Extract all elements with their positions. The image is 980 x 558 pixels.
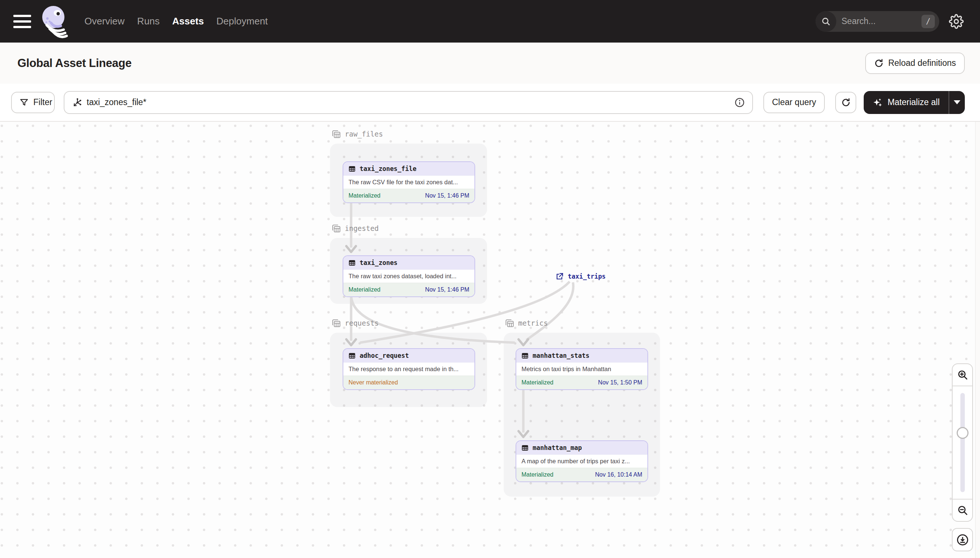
keyboard-shortcut-badge: / — [921, 15, 935, 28]
status-badge: Materialized — [349, 192, 380, 199]
zoom-slider-thumb[interactable] — [957, 427, 968, 439]
zoom-out-button[interactable] — [953, 499, 972, 521]
materialize-all-button[interactable]: Materialize all — [864, 91, 965, 114]
zoom-controls — [952, 363, 973, 522]
refresh-icon — [841, 98, 851, 107]
query-value: taxi_zones_file* — [87, 97, 146, 107]
lineage-toolbar: Filter taxi_zones_file* Clear query — [0, 84, 980, 122]
asset-node-footer: Materialized Nov 15, 1:50 PM — [516, 376, 647, 389]
nav-deployment[interactable]: Deployment — [215, 13, 269, 29]
dagster-logo[interactable] — [40, 5, 68, 38]
status-badge: Materialized — [522, 471, 553, 478]
settings-gear-icon[interactable] — [949, 14, 964, 29]
asset-node-header: adhoc_request — [343, 349, 474, 362]
info-icon[interactable] — [735, 97, 745, 108]
asset-node-footer: Never materialized — [343, 376, 474, 389]
table-icon — [349, 352, 356, 359]
funnel-icon — [19, 98, 29, 107]
zoom-in-button[interactable] — [953, 364, 972, 386]
materialization-timestamp: Nov 15, 1:50 PM — [598, 379, 642, 386]
nav-assets[interactable]: Assets — [171, 13, 205, 29]
materialize-all-label: Materialize all — [888, 97, 940, 107]
asset-node-taxi_zones_file[interactable]: taxi_zones_file The raw CSV file for the… — [343, 161, 475, 203]
zoom-slider-track[interactable] — [960, 393, 965, 492]
primary-nav: Overview Runs Assets Deployment — [83, 13, 269, 29]
group-label-raw_files[interactable]: raw_files — [331, 128, 383, 140]
asset-node-footer: Materialized Nov 15, 1:46 PM — [343, 189, 474, 202]
reload-definitions-label: Reload definitions — [888, 58, 956, 68]
search-input[interactable]: Search... / — [815, 11, 939, 32]
asset-node-taxi_zones[interactable]: taxi_zones The raw taxi zones dataset, l… — [343, 255, 475, 297]
right-gutter — [975, 122, 980, 558]
search-placeholder: Search... — [842, 16, 876, 26]
filter-button[interactable]: Filter — [11, 92, 55, 113]
nav-runs[interactable]: Runs — [135, 13, 161, 29]
group-layered-table-icon — [331, 129, 341, 139]
nav-overview[interactable]: Overview — [83, 13, 126, 29]
status-badge: Materialized — [349, 286, 380, 293]
asset-node-footer: Materialized Nov 16, 10:14 AM — [516, 468, 647, 481]
search-icon — [815, 11, 836, 32]
group-layered-table-icon — [331, 223, 341, 233]
group-label-metrics[interactable]: metrics — [504, 317, 548, 329]
asset-selection-icon — [72, 97, 82, 108]
page-title: Global Asset Lineage — [17, 57, 132, 70]
asset-node-description: The response to an request made in th... — [343, 362, 474, 376]
asset-node-manhattan_map[interactable]: manhattan_map A map of the number of tri… — [516, 440, 648, 482]
refresh-graph-button[interactable] — [835, 92, 856, 113]
group-label-requests[interactable]: requests — [331, 317, 379, 329]
table-icon — [349, 259, 356, 266]
materialization-timestamp: Nov 15, 1:46 PM — [425, 286, 469, 293]
group-label-ingested[interactable]: ingested — [331, 222, 379, 235]
filter-label: Filter — [33, 97, 52, 107]
clear-query-button[interactable]: Clear query — [763, 92, 825, 113]
asset-node-footer: Materialized Nov 15, 1:46 PM — [343, 283, 474, 296]
asset-node-description: The raw taxi zones dataset, loaded int..… — [343, 269, 474, 283]
table-icon — [522, 445, 529, 451]
asset-node-description: A map of the number of trips per taxi z.… — [516, 455, 647, 468]
group-layered-table-icon — [504, 318, 514, 328]
page-header: Global Asset Lineage Reload definitions — [0, 43, 980, 84]
table-icon — [349, 166, 356, 172]
external-link-icon — [555, 272, 564, 281]
top-navbar: Overview Runs Assets Deployment Search..… — [0, 0, 980, 43]
zoom-out-icon — [957, 505, 968, 516]
clear-query-label: Clear query — [772, 97, 816, 107]
zoom-slider[interactable] — [953, 386, 972, 499]
asset-node-header: taxi_zones_file — [343, 162, 474, 176]
external-asset-taxi_trips[interactable]: taxi_trips — [555, 270, 606, 283]
materialization-timestamp: Nov 15, 1:46 PM — [425, 192, 469, 199]
dagster-octopus-icon — [40, 5, 68, 38]
asset-node-header: manhattan_stats — [516, 349, 647, 362]
asset-node-manhattan_stats[interactable]: manhattan_stats Metrics on taxi trips in… — [516, 348, 648, 390]
materialization-timestamp: Nov 16, 10:14 AM — [595, 471, 642, 478]
materialize-all-main[interactable]: Materialize all — [864, 91, 949, 114]
reload-definitions-button[interactable]: Reload definitions — [865, 53, 965, 74]
table-icon — [522, 352, 529, 359]
download-icon — [956, 533, 969, 546]
sparkle-icon — [873, 97, 883, 108]
status-badge: Materialized — [522, 379, 553, 386]
asset-selection-input[interactable]: taxi_zones_file* — [64, 91, 753, 114]
asset-node-description: Metrics on taxi trips in Manhattan — [516, 362, 647, 376]
hamburger-menu-button[interactable] — [13, 14, 32, 29]
materialize-dropdown-button[interactable] — [949, 91, 965, 114]
refresh-icon — [874, 59, 884, 68]
download-image-button[interactable] — [952, 528, 973, 551]
chevron-down-icon — [954, 100, 960, 104]
asset-node-header: manhattan_map — [516, 441, 647, 455]
lineage-edges — [0, 122, 980, 558]
zoom-in-icon — [957, 369, 968, 381]
status-badge: Never materialized — [349, 379, 398, 386]
group-layered-table-icon — [331, 318, 341, 328]
asset-node-adhoc_request[interactable]: adhoc_request The response to an request… — [343, 348, 475, 390]
lineage-canvas[interactable]: raw_files ingested requests metrics — [0, 122, 980, 558]
asset-node-header: taxi_zones — [343, 256, 474, 269]
asset-node-description: The raw CSV file for the taxi zones dat.… — [343, 176, 474, 189]
